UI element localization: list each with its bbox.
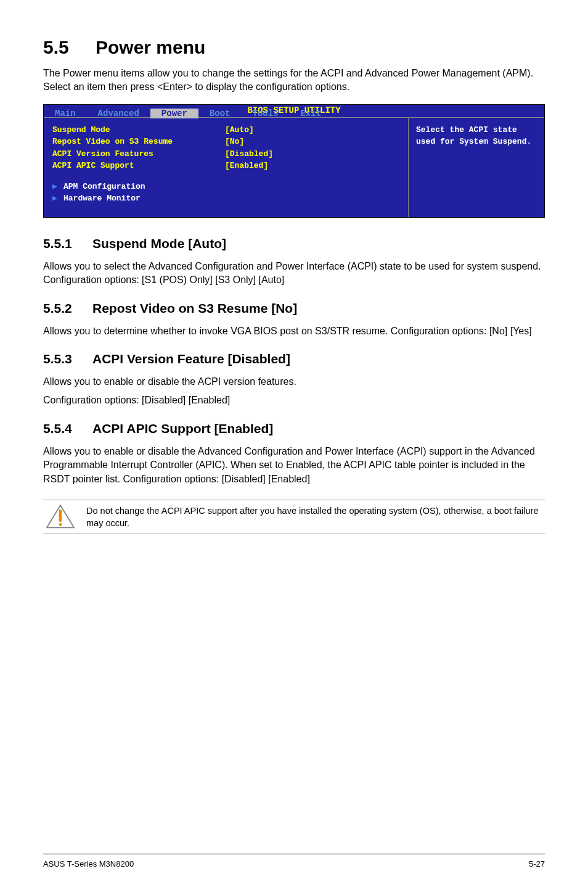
page-footer: ASUS T-Series M3N8200 5-27 xyxy=(43,854,545,868)
intro-paragraph: The Power menu items allow you to change… xyxy=(43,67,545,94)
subsection-number: 5.5.2 xyxy=(43,301,92,316)
bios-tab-power[interactable]: Power xyxy=(150,109,198,118)
subsection-number: 5.5.1 xyxy=(43,236,92,251)
bios-submenu-label: Hardware Monitor xyxy=(63,192,141,205)
bios-screenshot: BIOS SETUP UTILITY Main Advanced Power B… xyxy=(43,104,545,218)
subsection-heading: 5.5.3ACPI Version Feature [Disabled] xyxy=(43,352,545,366)
bios-label: ACPI Version Features xyxy=(52,148,225,160)
bios-tab-bar: Main Advanced Power Boot Tools Exit xyxy=(44,109,544,118)
body-paragraph: Configuration options: [Disabled] [Enabl… xyxy=(43,394,545,407)
warning-note: Do not change the ACPI APIC support afte… xyxy=(43,500,545,534)
svg-point-1 xyxy=(59,523,62,526)
bios-label: ACPI APIC Support xyxy=(52,160,225,172)
bios-header: BIOS SETUP UTILITY Main Advanced Power B… xyxy=(44,105,544,117)
bios-row-acpiver[interactable]: ACPI Version Features [Disabled] xyxy=(52,148,399,160)
subsection-heading: 5.5.4ACPI APIC Support [Enabled] xyxy=(43,421,545,436)
subsection-title: Suspend Mode [Auto] xyxy=(92,236,226,250)
subsection-number: 5.5.4 xyxy=(43,421,92,436)
body-paragraph: Allows you to enable or disable the ACPI… xyxy=(43,375,545,389)
bios-settings-panel: Suspend Mode [Auto] Repost Video on S3 R… xyxy=(44,118,409,217)
bios-value: [Disabled] xyxy=(225,148,399,160)
subsection-number: 5.5.3 xyxy=(43,352,92,366)
bios-help-text: Select the ACPI state used for System Su… xyxy=(416,125,531,147)
body-paragraph: Allows you to enable or disable the Adva… xyxy=(43,445,545,486)
body-paragraph: Allows you to determine whether to invok… xyxy=(43,324,545,338)
subsection-title: Repost Video on S3 Resume [No] xyxy=(92,301,297,315)
bios-tab-advanced[interactable]: Advanced xyxy=(87,109,150,118)
subsection-title: ACPI APIC Support [Enabled] xyxy=(92,421,273,435)
bios-submenu-hw[interactable]: ▶ Hardware Monitor xyxy=(52,192,399,205)
bios-help-panel: Select the ACPI state used for System Su… xyxy=(409,118,544,217)
footer-left: ASUS T-Series M3N8200 xyxy=(43,859,134,868)
warning-text: Do not change the ACPI APIC support afte… xyxy=(86,505,545,530)
bios-tab-tools[interactable]: Tools xyxy=(241,109,289,118)
warning-icon xyxy=(46,504,75,530)
bios-value: [No] xyxy=(225,136,399,148)
bios-label: Repost Video on S3 Resume xyxy=(52,136,225,148)
subsection-heading: 5.5.2Repost Video on S3 Resume [No] xyxy=(43,301,545,316)
bios-submenu-apm[interactable]: ▶ APM Configuration xyxy=(52,181,399,193)
page-heading: 5.5Power menu xyxy=(43,37,545,58)
bios-row-suspend[interactable]: Suspend Mode [Auto] xyxy=(52,124,399,136)
section-title: Power menu xyxy=(96,37,205,57)
bios-label: Suspend Mode xyxy=(52,124,225,136)
bios-tab-exit[interactable]: Exit xyxy=(289,109,332,118)
bios-value: [Auto] xyxy=(225,124,399,136)
triangle-right-icon: ▶ xyxy=(52,192,63,205)
bios-row-repost[interactable]: Repost Video on S3 Resume [No] xyxy=(52,136,399,148)
subsection-title: ACPI Version Feature [Disabled] xyxy=(92,352,290,366)
bios-tab-main[interactable]: Main xyxy=(44,109,87,118)
bios-body: Suspend Mode [Auto] Repost Video on S3 R… xyxy=(44,117,544,217)
bios-submenu-label: APM Configuration xyxy=(63,181,145,193)
footer-right: 5-27 xyxy=(529,859,545,868)
bios-value: [Enabled] xyxy=(225,160,399,172)
body-paragraph: Allows you to select the Advanced Config… xyxy=(43,260,545,287)
subsection-heading: 5.5.1Suspend Mode [Auto] xyxy=(43,236,545,251)
bios-row-acpiapic[interactable]: ACPI APIC Support [Enabled] xyxy=(52,160,399,172)
section-number: 5.5 xyxy=(43,37,96,58)
bios-tab-boot[interactable]: Boot xyxy=(198,109,242,118)
triangle-right-icon: ▶ xyxy=(52,181,63,193)
